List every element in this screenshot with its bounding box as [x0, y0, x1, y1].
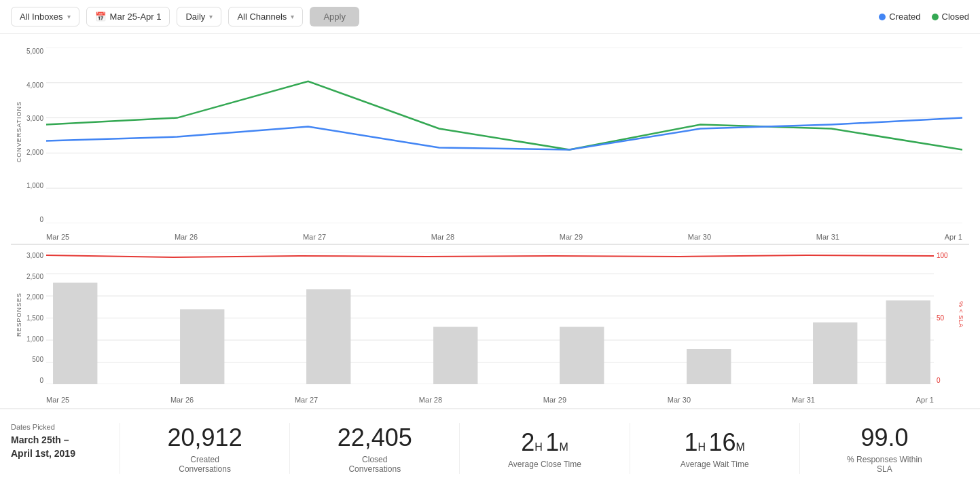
chevron-down-icon-3: ▾: [291, 13, 294, 20]
y-tick: 2,000: [26, 149, 43, 156]
bar-mar28: [433, 327, 477, 385]
top-bar: All Inboxes ▾ 📅 Mar 25-Apr 1 Daily ▾ All…: [0, 0, 980, 34]
dates-picked-value: March 25th –April 1st, 2019: [11, 434, 106, 460]
date-range-picker[interactable]: 📅 Mar 25-Apr 1: [86, 7, 170, 26]
chevron-down-icon-2: ▾: [209, 13, 213, 20]
bar-mar30: [687, 349, 731, 384]
created-conversations-stat: 20,912 CreatedConversations: [120, 423, 289, 474]
chart-legend: Created Closed: [879, 12, 969, 22]
x-label: Mar 28: [431, 233, 454, 241]
avg-wait-label: Average Wait Time: [680, 460, 749, 469]
dates-picked-label: Dates Picked: [11, 423, 106, 431]
channels-dropdown[interactable]: All Channels ▾: [228, 7, 303, 26]
responses-chart: RESPONSES 3,000 2,500 2,000 1,500 1,000 …: [11, 245, 969, 408]
legend-created-label: Created: [889, 12, 920, 22]
bar-mar29: [560, 327, 604, 385]
frequency-label: Daily: [185, 12, 205, 22]
channels-label: All Channels: [237, 12, 287, 22]
y-tick-right: 100: [937, 252, 948, 259]
sla-stat: 99.0 % Responses WithinSLA: [799, 423, 969, 474]
inbox-label: All Inboxes: [20, 12, 63, 22]
closed-line: [46, 81, 962, 150]
x-label: Mar 25: [46, 396, 69, 404]
avg-close-label: Average Close Time: [508, 460, 581, 469]
y-tick: 2,500: [26, 273, 43, 280]
bar-mar31: [813, 322, 857, 384]
y-axis-sla-label: % < SLA: [958, 301, 964, 328]
created-label: CreatedConversations: [179, 455, 231, 474]
responses-svg: [46, 252, 934, 384]
legend-created: Created: [879, 12, 920, 22]
y-tick: 3,000: [26, 115, 43, 122]
y-axis-conversations-label: CONVERSATIONS: [16, 101, 22, 162]
conversations-chart: CONVERSATIONS 5,000 4,000 3,000 2,000 1,…: [11, 41, 969, 244]
x-label: Apr 1: [945, 233, 962, 241]
x-label: Mar 31: [816, 233, 839, 241]
legend-closed-label: Closed: [942, 12, 969, 22]
x-label: Apr 1: [916, 396, 934, 404]
y-tick: 1,000: [26, 335, 43, 343]
y-tick: 2,000: [26, 293, 43, 301]
sla-line: [46, 255, 934, 257]
closed-label: ClosedConversations: [348, 455, 401, 474]
x-label: Mar 25: [46, 233, 69, 241]
y-tick: 1,500: [26, 314, 43, 322]
x-label: Mar 28: [419, 396, 442, 404]
avg-close-time: 2H 1M: [521, 428, 568, 457]
bar-mar26: [180, 310, 224, 385]
apply-button[interactable]: Apply: [310, 7, 359, 26]
legend-closed: Closed: [932, 12, 969, 22]
y-tick: 500: [32, 356, 43, 363]
conversations-svg: [46, 48, 962, 223]
created-count: 20,912: [168, 423, 242, 452]
bar-mar25: [53, 283, 97, 385]
x-label: Mar 27: [295, 396, 318, 404]
y-tick: 1,000: [26, 182, 43, 189]
date-range-label: Mar 25-Apr 1: [110, 12, 162, 22]
bar-mar27: [306, 289, 350, 384]
calendar-icon: 📅: [95, 12, 106, 22]
sla-value: 99.0: [860, 423, 908, 452]
closed-conversations-stat: 22,405 ClosedConversations: [289, 423, 459, 474]
y-tick-right: 0: [937, 377, 941, 384]
x-label: Mar 26: [170, 396, 194, 404]
x-label: Mar 31: [792, 396, 815, 404]
y-tick: 4,000: [26, 81, 43, 89]
dates-block: Dates Picked March 25th –April 1st, 2019: [11, 423, 120, 474]
x-label: Mar 30: [668, 396, 691, 404]
closed-dot: [932, 14, 939, 20]
x-label: Mar 29: [560, 233, 583, 241]
created-dot: [879, 14, 886, 20]
y-tick: 0: [39, 216, 43, 223]
chevron-down-icon: ▾: [67, 13, 71, 20]
y-tick: 5,000: [26, 48, 43, 55]
closed-count: 22,405: [338, 423, 412, 452]
x-label: Mar 26: [175, 233, 198, 241]
avg-close-time-stat: 2H 1M Average Close Time: [459, 423, 629, 474]
sla-label: % Responses WithinSLA: [847, 455, 922, 474]
x-label: Mar 30: [688, 233, 711, 241]
y-axis-responses-label: RESPONSES: [16, 293, 22, 337]
created-line: [46, 118, 962, 150]
y-tick: 3,000: [26, 252, 43, 259]
y-tick-right: 50: [937, 314, 944, 322]
avg-wait-time: 1H 16M: [685, 428, 745, 457]
y-tick: 0: [39, 377, 43, 384]
bar-apr1: [886, 301, 930, 385]
charts-area: CONVERSATIONS 5,000 4,000 3,000 2,000 1,…: [0, 34, 980, 408]
inbox-dropdown[interactable]: All Inboxes ▾: [11, 7, 79, 26]
stats-row: Dates Picked March 25th –April 1st, 2019…: [0, 408, 980, 487]
frequency-dropdown[interactable]: Daily ▾: [177, 7, 221, 26]
avg-wait-time-stat: 1H 16M Average Wait Time: [630, 423, 799, 474]
x-label: Mar 27: [303, 233, 326, 241]
x-label: Mar 29: [543, 396, 566, 404]
